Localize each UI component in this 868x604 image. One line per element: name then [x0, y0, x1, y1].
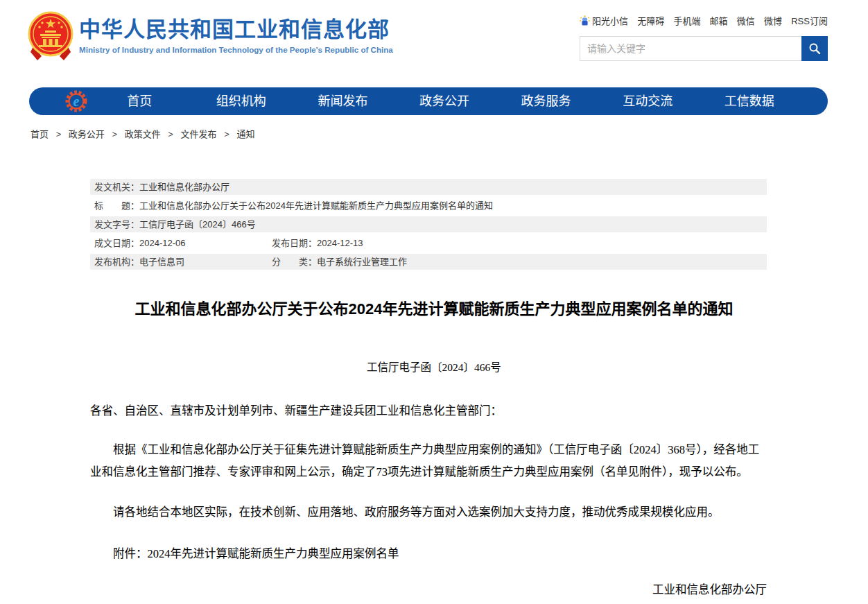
- breadcrumb-separator: >: [168, 129, 173, 139]
- national-emblem-icon: [28, 10, 73, 63]
- breadcrumb-separator: >: [224, 129, 229, 139]
- meta-value: 电子系统行业管理工作: [317, 257, 407, 267]
- nav-item-home[interactable]: 首页: [89, 87, 191, 115]
- meta-row-publisher-category: 发布机构：电子信息司 分 类：电子系统行业管理工作: [90, 254, 767, 270]
- article-title: 工业和信息化部办公厅关于公布2024年先进计算赋能新质生产力典型应用案例名单的通…: [28, 299, 840, 320]
- site-title: 中华人民共和国工业和信息化部 Ministry of Industry and …: [79, 17, 393, 54]
- meta-row-doc-number: 发文字号：工信厅电子函〔2024〕466号: [90, 216, 767, 232]
- meta-cell: 发文机关：工业和信息化部办公厅: [94, 179, 229, 195]
- meta-cell: 发布机构：电子信息司: [94, 254, 272, 270]
- meta-label: 发布日期：: [272, 238, 317, 248]
- search-input[interactable]: [580, 37, 801, 60]
- article-doc-number: 工信厅电子函〔2024〕466号: [0, 359, 868, 374]
- site-name-en: Ministry of Industry and Information Tec…: [79, 45, 393, 54]
- meta-cell: 发文字号：工信厅电子函〔2024〕466号: [94, 216, 256, 232]
- top-link-label: 阳光小信: [592, 14, 628, 27]
- nav-item-miit-data[interactable]: 工信数据: [698, 87, 800, 115]
- top-link-accessibility[interactable]: 无障碍: [637, 14, 664, 27]
- nav-item-organization[interactable]: 组织机构: [191, 87, 293, 115]
- top-link-label: 无障碍: [637, 14, 664, 27]
- signer-name: 工业和信息化部办公厅: [652, 580, 767, 600]
- document-meta-table: 发文机关：工业和信息化部办公厅 标 题：工业和信息化部办公厅关于公布2024年先…: [90, 179, 767, 270]
- salutation: 各省、自治区、直辖市及计划单列市、新疆生产建设兵团工业和信息化主管部门：: [90, 402, 767, 421]
- breadcrumb-separator: >: [56, 129, 62, 139]
- meta-label: 发布机构：: [94, 257, 139, 267]
- top-link-label: 微博: [764, 14, 782, 27]
- top-links: 阳光小信 无障碍 手机端 邮箱 微信 微博 RSS订阅: [580, 14, 828, 27]
- top-link-label: 邮箱: [710, 14, 728, 27]
- nav-items: 首页 组织机构 新闻发布 政务公开 政务服务 互动交流 工信数据: [89, 87, 800, 115]
- breadcrumb-item-policy-documents[interactable]: 政策文件: [125, 129, 161, 139]
- svg-text:e: e: [73, 94, 80, 109]
- meta-value: 2024-12-06: [139, 238, 186, 248]
- sunshine-mascot-icon: [580, 15, 590, 26]
- breadcrumb-separator: >: [112, 129, 118, 139]
- article-body: 各省、自治区、直辖市及计划单列市、新疆生产建设兵团工业和信息化主管部门： 根据《…: [90, 402, 767, 604]
- signature-block: 工业和信息化部办公厅 2024年12月6日: [90, 580, 767, 604]
- meta-label: 成文日期：: [94, 238, 139, 248]
- nav-item-interaction[interactable]: 互动交流: [597, 87, 699, 115]
- meta-row-dates: 成文日期：2024-12-06 发布日期：2024-12-13: [90, 235, 767, 251]
- nav-item-gov-disclosure[interactable]: 政务公开: [394, 87, 496, 115]
- meta-label: 标 题：: [94, 200, 139, 211]
- meta-label: 发文机关：: [94, 182, 139, 192]
- search-button[interactable]: [801, 36, 828, 61]
- meta-cell: 分 类：电子系统行业管理工作: [272, 254, 407, 270]
- top-link-label: 微信: [737, 14, 755, 27]
- top-link-weibo[interactable]: 微博: [764, 14, 782, 27]
- miit-gear-logo-icon[interactable]: e: [64, 89, 89, 114]
- meta-label: 分 类：: [272, 257, 317, 267]
- meta-value: 2024-12-13: [317, 238, 363, 248]
- attachment-line: 附件：2024年先进计算赋能新质生产力典型应用案例名单: [90, 544, 767, 564]
- meta-cell: 发布日期：2024-12-13: [272, 235, 363, 251]
- search-bar: [580, 36, 828, 61]
- top-link-mail[interactable]: 邮箱: [710, 14, 728, 27]
- breadcrumb-item-document-release[interactable]: 文件发布: [181, 129, 217, 139]
- meta-row-title: 标 题：工业和信息化部办公厅关于公布2024年先进计算赋能新质生产力典型应用案例…: [90, 198, 767, 214]
- meta-value: 工业和信息化部办公厅关于公布2024年先进计算赋能新质生产力典型应用案例名单的通…: [139, 200, 493, 211]
- meta-value: 工信厅电子函〔2024〕466号: [139, 219, 256, 230]
- meta-row-issuing-agency: 发文机关：工业和信息化部办公厅: [90, 179, 767, 195]
- site-header: 中华人民共和国工业和信息化部 Ministry of Industry and …: [0, 0, 868, 79]
- meta-label: 发文字号：: [94, 219, 139, 230]
- site-name-cn: 中华人民共和国工业和信息化部: [79, 17, 393, 42]
- signature-inner: 工业和信息化部办公厅 2024年12月6日: [652, 580, 767, 604]
- header-right: 阳光小信 无障碍 手机端 邮箱 微信 微博 RSS订阅: [580, 14, 828, 61]
- breadcrumb-item-home[interactable]: 首页: [31, 129, 49, 139]
- breadcrumb: 首页 > 政务公开 > 政策文件 > 文件发布 > 通知: [31, 127, 868, 140]
- search-icon: [808, 42, 821, 55]
- nav-item-news[interactable]: 新闻发布: [292, 87, 394, 115]
- meta-cell: 成文日期：2024-12-06: [94, 235, 272, 251]
- meta-value: 电子信息司: [139, 257, 184, 267]
- top-link-mobile[interactable]: 手机端: [673, 14, 700, 27]
- top-link-wechat[interactable]: 微信: [737, 14, 755, 27]
- nav-item-gov-services[interactable]: 政务服务: [495, 87, 597, 115]
- page: 中华人民共和国工业和信息化部 Ministry of Industry and …: [0, 0, 868, 604]
- paragraph-2: 请各地结合本地区实际，在技术创新、应用落地、政府服务等方面对入选案例加大支持力度…: [90, 501, 767, 524]
- meta-value: 工业和信息化部办公厅: [139, 182, 229, 192]
- top-link-label: 手机端: [673, 14, 700, 27]
- top-link-sunshine-assistant[interactable]: 阳光小信: [580, 14, 628, 27]
- breadcrumb-item-notice[interactable]: 通知: [236, 129, 254, 139]
- top-link-rss[interactable]: RSS订阅: [791, 14, 828, 27]
- top-link-label: RSS订阅: [791, 14, 828, 27]
- main-nav: e 首页 组织机构 新闻发布 政务公开 政务服务 互动交流 工信数据: [29, 87, 828, 115]
- meta-cell: 标 题：工业和信息化部办公厅关于公布2024年先进计算赋能新质生产力典型应用案例…: [94, 198, 493, 214]
- paragraph-1: 根据《工业和信息化部办公厅关于征集先进计算赋能新质生产力典型应用案例的通知》（工…: [90, 439, 767, 483]
- breadcrumb-item-gov-disclosure[interactable]: 政务公开: [69, 129, 105, 139]
